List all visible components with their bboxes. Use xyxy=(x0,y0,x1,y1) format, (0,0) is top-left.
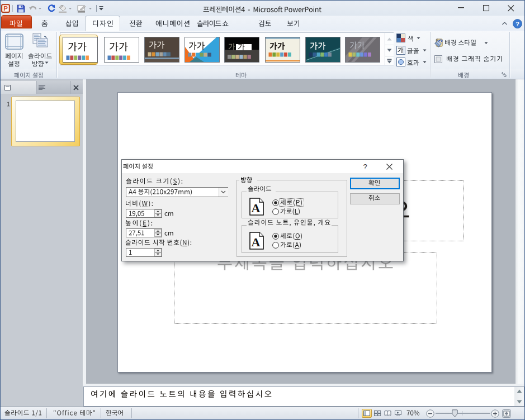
svg-text:?: ? xyxy=(515,21,519,27)
svg-text:?: ? xyxy=(363,163,367,170)
svg-text:A: A xyxy=(252,235,261,249)
svg-text:P: P xyxy=(3,5,8,12)
svg-text:A: A xyxy=(252,201,261,215)
